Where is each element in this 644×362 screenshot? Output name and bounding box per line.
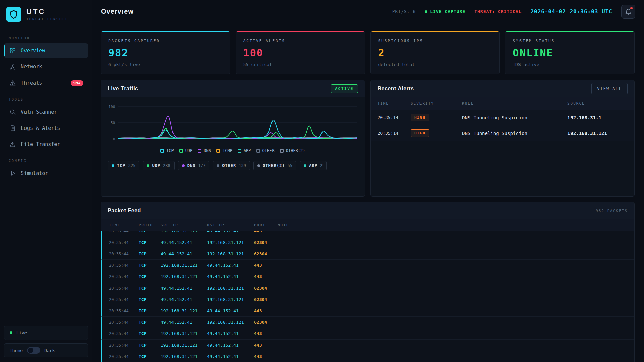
theme-label: Theme [10, 348, 23, 353]
series-dns [118, 116, 357, 139]
stat-card: PACKETS CAPTURED 982 6 pkt/s live [101, 31, 230, 74]
sidebar-item-label: Overview [21, 48, 45, 54]
grid-icon [9, 47, 16, 54]
nav-list: Simulator [0, 166, 92, 181]
threat-level: THREAT: CRITICAL [474, 9, 522, 14]
stat-subtext: detected total [378, 62, 492, 67]
protocol-chip: OTHER(2) 55 [253, 161, 296, 170]
stat-label: ACTIVE ALERTS [243, 39, 357, 43]
packet-row[interactable]: 20:35:44 TCP 192.168.31.121 49.44.152.41… [101, 340, 634, 351]
traffic-chart: 100500 [101, 97, 365, 146]
chip-dot-icon [112, 164, 114, 167]
legend-swatch-icon [280, 149, 284, 153]
packet-row[interactable]: 20:35:44 TCP 49.44.152.41 192.168.31.121… [101, 237, 634, 248]
sidebar-footer: Live Theme Dark [0, 326, 92, 357]
sidebar: UTC THREAT CONSOLE MONITOR Overview Netw… [0, 0, 92, 362]
sidebar-item-network[interactable]: Network [4, 59, 88, 74]
packet-row[interactable]: 20:35:44 TCP 192.168.31.121 49.44.152.41… [101, 305, 634, 317]
chart-legend: TCP UDP DNS ICMP ARP OTHER OTHER(2) [101, 148, 365, 153]
stat-card: SYSTEM STATUS ONLINE IDS active [505, 31, 635, 74]
network-icon [9, 63, 16, 70]
stat-accent-bar [505, 31, 634, 32]
sidebar-item-logs-alerts[interactable]: Logs & Alerts [4, 121, 88, 136]
sidebar-item-label: Vuln Scanner [21, 109, 57, 115]
severity-badge: HIGH [411, 129, 429, 137]
utc-clock: 2026-04-02 20:36:03 UTC [530, 8, 612, 15]
stat-label: SUSPICIOUS IPS [378, 39, 492, 43]
chip-dot-icon [147, 164, 149, 167]
packet-row[interactable]: 20:35:44 TCP 192.168.31.121 49.44.152.41… [101, 351, 634, 362]
alerts-rows: 20:35:14 HIGH DNS Tunneling Suspicion 19… [371, 110, 635, 196]
sidebar-item-label: Simulator [21, 170, 48, 176]
sidebar-section: TOOLS Vuln Scanner Logs & Alerts File Tr… [0, 98, 92, 152]
theme-box: Theme Dark [4, 343, 88, 357]
packet-row[interactable]: 20:35:44 TCP 49.44.152.41 192.168.31.121… [101, 317, 634, 328]
stat-value: 982 [108, 47, 222, 59]
stat-subtext: 6 pkt/s live [108, 62, 222, 67]
sidebar-item-overview[interactable]: Overview [4, 43, 88, 58]
alerts-column-header: TIME SEVERITY RULE SOURCE [371, 97, 635, 110]
live-status-box: Live [4, 326, 88, 340]
live-status-dot [10, 331, 12, 334]
sidebar-item-file-transfer[interactable]: File Transfer [4, 137, 88, 152]
packet-column-header: TIME PROTO SRC IP DST IP PORT NOTE [101, 219, 634, 231]
live-capture-indicator: LIVE CAPTURE [425, 9, 465, 14]
packet-rate: PKT/S: 6 [392, 9, 416, 14]
view-all-button[interactable]: VIEW ALL [591, 83, 628, 94]
packet-feed-title: Packet Feed [108, 208, 141, 214]
app-root: UTC THREAT CONSOLE MONITOR Overview Netw… [0, 0, 644, 362]
alert-row[interactable]: 20:35:14 HIGH DNS Tunneling Suspicion 19… [371, 110, 635, 125]
packet-row[interactable]: 20:35:44 TCP 192.168.31.121 49.44.152.41… [101, 260, 634, 271]
shield-logo-icon [6, 7, 21, 22]
packet-row[interactable]: 20:35:44 TCP 49.44.152.41 192.168.31.121… [101, 282, 634, 294]
theme-value: Dark [44, 348, 55, 353]
recent-alerts-panel: Recent Alerts VIEW ALL TIME SEVERITY RUL… [370, 80, 635, 197]
live-status-label: Live [16, 330, 27, 335]
traffic-chart-svg: 100500 [104, 102, 359, 145]
legend-item: UDP [179, 148, 193, 153]
alert-row[interactable]: 20:35:14 HIGH DNS Tunneling Suspicion 19… [371, 125, 635, 141]
top-bar: Overview PKT/S: 6 LIVE CAPTURE THREAT: C… [92, 0, 644, 23]
packet-row[interactable]: 20:35:44 TCP 192.168.31.121 49.44.152.41… [101, 328, 634, 340]
stat-subtext: 55 critical [243, 62, 357, 67]
live-traffic-panel: Live Traffic ACTIVE 100500 TCP UDP DNS I… [101, 80, 365, 197]
series-udp [118, 126, 357, 139]
sidebar-item-vuln-scanner[interactable]: Vuln Scanner [4, 105, 88, 119]
sidebar-item-label: Threats [21, 80, 42, 86]
legend-item: TCP [160, 148, 174, 153]
legend-swatch-icon [198, 149, 201, 153]
upload-icon [9, 141, 16, 148]
sidebar-nav: MONITOR Overview Network Threats 99+ TOO… [0, 36, 92, 181]
protocol-chips: TCP 325 UDP 288 DNS 177 OTHER 139 OTHER(… [101, 161, 365, 170]
packet-row[interactable]: 20:35:44 TCP 49.44.152.41 192.168.31.121… [101, 294, 634, 305]
packet-row[interactable]: 20:35:44 TCP 192.168.31.121 49.44.152.41… [101, 231, 634, 237]
packet-row[interactable]: 20:35:44 TCP 49.44.152.41 192.168.31.121… [101, 248, 634, 260]
stat-label: SYSTEM STATUS [513, 39, 627, 43]
legend-item: OTHER(2) [280, 148, 305, 153]
stat-card: ACTIVE ALERTS 100 55 critical [236, 31, 365, 74]
protocol-chip: UDP 288 [143, 161, 174, 170]
theme-toggle[interactable] [27, 347, 40, 354]
sidebar-item-simulator[interactable]: Simulator [4, 166, 88, 181]
warning-icon [9, 80, 16, 86]
sidebar-section: MONITOR Overview Network Threats 99+ [0, 36, 92, 90]
packet-row[interactable]: 20:35:44 TCP 192.168.31.121 49.44.152.41… [101, 271, 634, 282]
chip-dot-icon [304, 164, 306, 167]
legend-swatch-icon [256, 149, 260, 153]
legend-swatch-icon [160, 149, 164, 153]
sidebar-item-label: Network [21, 64, 42, 70]
legend-item: ARP [238, 148, 251, 153]
page-title: Overview [101, 8, 134, 15]
sidebar-item-label: Logs & Alerts [21, 125, 60, 131]
svg-text:0: 0 [113, 137, 115, 141]
brand-name: UTC [26, 7, 68, 16]
sidebar-section-label: CONFIG [9, 159, 92, 163]
notifications-button[interactable] [621, 5, 635, 19]
stat-subtext: IDS active [513, 62, 627, 67]
sidebar-item-threats[interactable]: Threats 99+ [4, 75, 88, 90]
stat-accent-bar [371, 31, 500, 32]
severity-badge: HIGH [411, 114, 429, 121]
legend-swatch-icon [216, 149, 220, 153]
content: PACKETS CAPTURED 982 6 pkt/s live ACTIVE… [92, 23, 644, 362]
active-badge: ACTIVE [331, 84, 358, 93]
